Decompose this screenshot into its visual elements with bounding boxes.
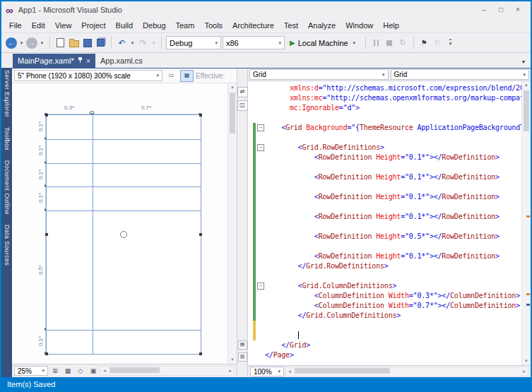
code-line[interactable]: <ColumnDefinition Width="0.7*"></ColumnD… <box>248 301 521 311</box>
code-line[interactable] <box>248 182 521 192</box>
editor-hscroll-track[interactable] <box>293 367 521 376</box>
selection-handle[interactable] <box>199 114 202 117</box>
side-tab-data-sources[interactable]: Data Sources <box>4 225 11 266</box>
navigate-back-dropdown-icon[interactable]: ▾ <box>18 40 25 46</box>
code-lines[interactable]: xmlns:d="http://schemas.microsoft.com/ex… <box>248 81 521 365</box>
artboard[interactable] <box>46 114 201 355</box>
code-text[interactable]: </Grid.ColumnDefinitions> <box>265 311 521 321</box>
scroll-down-icon[interactable]: ▼ <box>522 357 531 365</box>
code-text[interactable]: </Grid> <box>265 340 521 350</box>
menu-file[interactable]: File <box>4 18 27 32</box>
code-text[interactable] <box>265 162 521 172</box>
portrait-orientation-button[interactable]: ▭ <box>165 70 178 82</box>
selection-handle[interactable] <box>45 233 48 236</box>
code-line[interactable]: <RowDefinition Height="0.5*"></RowDefini… <box>248 232 521 242</box>
code-line[interactable] <box>248 321 521 331</box>
grid-row-line[interactable] <box>47 186 201 187</box>
grid-row-line[interactable] <box>47 163 201 164</box>
grid-column-line[interactable] <box>93 115 93 354</box>
vertical-split-button[interactable]: ▥ <box>238 352 247 362</box>
new-file-button[interactable] <box>54 36 66 50</box>
designer-horizontal-scrollbar[interactable]: ◄ ► <box>100 366 235 376</box>
selection-handle[interactable] <box>199 352 202 355</box>
code-text[interactable]: xmlns:d="http://schemas.microsoft.com/ex… <box>265 83 521 93</box>
code-text[interactable]: xmlns:mc="http://schemas.openxmlformats.… <box>265 93 521 103</box>
tab-mainpage-xaml[interactable]: MainPage.xaml* × <box>13 54 95 68</box>
scroll-right-icon[interactable]: ► <box>227 369 234 373</box>
editor-vertical-scrollbar[interactable]: ▲ ▼ <box>521 81 531 365</box>
code-line[interactable] <box>248 162 521 172</box>
solution-platform-select[interactable]: x86 ▾ <box>223 36 285 49</box>
scroll-down-icon[interactable]: ▼ <box>228 356 237 364</box>
selection-center-handle[interactable] <box>120 231 127 238</box>
toggle-bookmark-button[interactable]: ⚑ <box>418 36 430 50</box>
code-line[interactable]: <RowDefinition Height="0.1*"></RowDefini… <box>248 172 521 182</box>
device-select[interactable]: 5" Phone (1920 x 1080) 300% scale ▾ <box>14 70 162 81</box>
scroll-up-icon[interactable]: ▲ <box>228 83 237 91</box>
element-breadcrumb-left[interactable]: Grid ▾ <box>249 69 389 80</box>
code-text[interactable] <box>265 321 521 331</box>
scrollbar-thumb[interactable] <box>110 367 160 373</box>
code-text[interactable] <box>265 222 521 232</box>
code-text[interactable]: <RowDefinition Height="0.1*"></RowDefini… <box>265 251 521 261</box>
editor-zoom-select[interactable]: 100% ▾ <box>250 367 284 376</box>
pane-splitter[interactable]: ⇄ ◫ ▤ ▥ <box>237 69 248 377</box>
fold-collapse-toggle[interactable]: − <box>257 124 264 131</box>
fit-all-button[interactable]: ⊞ <box>49 366 61 376</box>
menu-window[interactable]: Window <box>341 18 378 32</box>
grid-row-line[interactable] <box>47 330 201 331</box>
tabstrip-overflow-chevron[interactable]: ▾ <box>522 59 531 68</box>
code-line[interactable]: xmlns:mc="http://schemas.openxmlformats.… <box>248 93 521 103</box>
code-text[interactable] <box>265 242 521 251</box>
scroll-up-icon[interactable]: ▲ <box>522 81 531 89</box>
next-bookmark-button[interactable]: ⚐ <box>432 36 444 50</box>
code-line[interactable] <box>248 242 521 251</box>
menu-team[interactable]: Team <box>171 18 200 32</box>
open-file-button[interactable] <box>68 36 80 50</box>
designer-hscroll-track[interactable] <box>108 367 227 375</box>
pin-icon[interactable] <box>78 57 83 64</box>
code-text[interactable]: <RowDefinition Height="0.1*"></RowDefini… <box>265 212 521 222</box>
code-text[interactable]: <Grid.ColumnDefinitions> <box>265 281 521 291</box>
close-button[interactable]: × <box>509 4 526 16</box>
designer-scroll-track[interactable] <box>228 91 237 356</box>
scrollbar-thumb[interactable] <box>295 368 390 374</box>
selection-handle[interactable] <box>199 233 202 236</box>
horizontal-split-button[interactable]: ▤ <box>238 340 247 350</box>
code-line[interactable] <box>248 222 521 232</box>
code-line[interactable]: </Grid.ColumnDefinitions> <box>248 311 521 321</box>
code-line[interactable]: − <Grid.ColumnDefinitions> <box>248 281 521 291</box>
save-all-button[interactable] <box>95 36 107 50</box>
editor-scroll-track[interactable] <box>522 89 531 357</box>
solution-configuration-select[interactable]: Debug ▾ <box>166 36 221 49</box>
undo-button[interactable]: ↶ <box>116 36 128 50</box>
code-text[interactable]: <RowDefinition Height="0.1*"></RowDefini… <box>265 192 521 202</box>
landscape-orientation-button[interactable]: ▦ <box>180 70 194 82</box>
code-text[interactable]: </Page> <box>265 350 521 360</box>
code-text[interactable] <box>265 113 521 123</box>
selection-handle[interactable] <box>45 352 48 355</box>
scrollbar-thumb[interactable] <box>230 93 235 133</box>
tab-app-xaml-cs[interactable]: App.xaml.cs <box>95 54 148 68</box>
code-text[interactable]: <RowDefinition Height="0.5*"></RowDefini… <box>265 232 521 242</box>
scroll-right-icon[interactable]: ► <box>521 369 528 374</box>
navigate-forward-button[interactable]: → <box>26 37 37 49</box>
code-line[interactable]: mc:Ignorable="d"> <box>248 103 521 113</box>
code-line[interactable]: <ColumnDefinition Width="0.3*"></ColumnD… <box>248 291 521 301</box>
side-tab-toolbox[interactable]: Toolbox <box>4 127 11 150</box>
menu-test[interactable]: Test <box>279 18 303 32</box>
code-line[interactable]: </Grid.RowDefinitions> <box>248 261 521 271</box>
designer-zoom-select[interactable]: 25% ▾ <box>14 366 48 376</box>
code-line[interactable]: xmlns:d="http://schemas.microsoft.com/ex… <box>248 83 521 93</box>
code-line[interactable]: <RowDefinition Height="0.1*"></RowDefini… <box>248 192 521 202</box>
navigate-back-button[interactable]: ← <box>6 37 17 49</box>
code-line[interactable] <box>248 331 521 340</box>
undo-dropdown-icon[interactable]: ▾ <box>129 40 136 46</box>
menu-view[interactable]: View <box>50 18 77 32</box>
code-line[interactable]: </Page> <box>248 350 521 360</box>
code-line[interactable]: <RowDefinition Height="0.1*"></RowDefini… <box>248 153 521 162</box>
fold-collapse-toggle[interactable]: − <box>257 144 264 151</box>
code-text[interactable] <box>265 182 521 192</box>
restart-button[interactable]: ↻ <box>397 36 409 50</box>
designer-vertical-scrollbar[interactable]: ▲ ▼ <box>227 83 237 364</box>
